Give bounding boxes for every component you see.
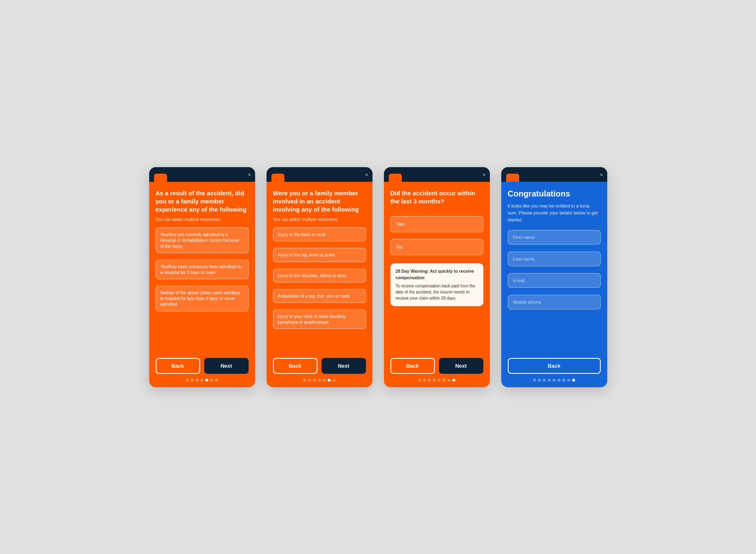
screen-1-dots	[156, 379, 249, 382]
screen-3-bottom: Back Next	[390, 347, 483, 382]
dot-2-1	[303, 379, 306, 382]
screen-1: × As a result of the accident, did you o…	[149, 167, 255, 387]
screen-3-btn-row: Back Next	[390, 358, 483, 374]
dot-1-5-active	[205, 379, 208, 382]
screen-4-back-button[interactable]: Back	[508, 358, 601, 374]
screen-3-content: Yes No 28 Day Warning: Act quickly to re…	[390, 216, 483, 347]
screen-2-next-button[interactable]: Next	[322, 358, 366, 374]
screen-3-body: Did the accident occur within the last 3…	[384, 182, 490, 387]
screen-2-btn-row: Back Next	[273, 358, 366, 374]
mobile-phone-field[interactable]	[508, 295, 601, 309]
dot-2-3	[313, 379, 316, 382]
last-name-field[interactable]	[508, 252, 601, 266]
screen-4-btn-row: Back	[508, 358, 601, 374]
screen-3-title: Did the accident occur within the last 3…	[390, 189, 483, 206]
orange-tab-4	[506, 174, 519, 182]
orange-tab-2	[271, 174, 284, 182]
dot-2-7	[333, 379, 335, 382]
close-button-3[interactable]: ×	[483, 171, 486, 177]
dot-1-2	[191, 379, 194, 382]
screen-4-bottom: Back	[508, 347, 601, 382]
dot-4-1	[533, 379, 536, 382]
screen-4-form	[508, 230, 601, 347]
screen-4-header: ×	[501, 167, 607, 182]
dot-4-7	[562, 379, 565, 382]
dot-2-2	[308, 379, 311, 382]
screen-2-header: ×	[267, 167, 372, 182]
screen-2-options: Injury to the back or neck Injury to the…	[273, 227, 366, 346]
screen-3-header: ×	[384, 167, 490, 182]
option-1-2[interactable]: You/they have previously been admitted t…	[156, 260, 249, 279]
dot-3-4	[433, 379, 436, 382]
screen-1-bottom: Back Next	[156, 347, 249, 382]
screen-2-bottom: Back Next	[273, 347, 366, 382]
dot-2-4	[318, 379, 321, 382]
congrats-title: Congratulations	[508, 189, 601, 199]
screen-1-body: As a result of the accident, did you or …	[149, 182, 255, 387]
screens-container: × As a result of the accident, did you o…	[133, 143, 624, 412]
dot-3-1	[418, 379, 421, 382]
dot-4-2	[538, 379, 541, 382]
dot-3-6	[443, 379, 445, 382]
screen-3-next-button[interactable]: Next	[439, 358, 483, 374]
screen-2: × Were you or a family member involved i…	[267, 167, 372, 387]
warning-text: To receive compensation back paid from t…	[396, 283, 478, 301]
orange-tab-1	[154, 174, 167, 182]
warning-box: 28 Day Warning: Act quickly to receive c…	[390, 263, 483, 306]
screen-4-dots	[508, 379, 601, 382]
screen-1-subtitle: You can select multiple responses	[156, 217, 249, 222]
screen-3-dots	[390, 379, 483, 382]
dot-4-6	[558, 379, 560, 382]
dot-4-9-active	[572, 379, 575, 382]
dot-4-5	[553, 379, 555, 382]
option-2-2[interactable]: Injury to the hip, knee or ankle	[273, 248, 366, 262]
dot-3-5	[438, 379, 441, 382]
close-button-2[interactable]: ×	[365, 171, 368, 177]
email-field[interactable]	[508, 273, 601, 288]
dot-2-6-active	[328, 379, 331, 382]
screen-4: × Congratulations It looks like you may …	[501, 167, 607, 387]
option-2-5[interactable]: Injury to your neck or back resulting pa…	[273, 309, 366, 329]
congrats-text: It looks like you may be entitled to a l…	[508, 203, 601, 223]
dot-2-5	[323, 379, 326, 382]
dot-3-3	[428, 379, 431, 382]
dot-3-8-active	[452, 379, 455, 382]
dot-4-4	[548, 379, 551, 382]
first-name-field[interactable]	[508, 230, 601, 245]
dot-3-2	[423, 379, 426, 382]
warning-title: 28 Day Warning: Act quickly to receive c…	[396, 268, 478, 281]
screen-2-subtitle: You can select multiple responses	[273, 217, 366, 222]
dot-1-3	[196, 379, 198, 382]
screen-2-body: Were you or a family member involved in …	[267, 182, 372, 387]
dot-3-7	[447, 379, 450, 382]
screen-1-title: As a result of the accident, did you or …	[156, 189, 249, 214]
screen-2-title: Were you or a family member involved in …	[273, 189, 366, 214]
screen-1-back-button[interactable]: Back	[156, 358, 200, 374]
orange-tab-3	[389, 174, 402, 182]
dot-4-3	[543, 379, 546, 382]
option-1-3[interactable]: Neither of the above (I/they were admitt…	[156, 286, 249, 311]
screen-1-header: ×	[149, 167, 255, 182]
no-option[interactable]: No	[390, 239, 483, 255]
dot-1-4	[201, 379, 203, 382]
screen-1-next-button[interactable]: Next	[204, 358, 249, 374]
close-button-4[interactable]: ×	[600, 171, 603, 177]
dot-4-8	[567, 379, 570, 382]
close-button-1[interactable]: ×	[248, 171, 251, 177]
screen-2-dots	[273, 379, 366, 382]
option-1-1[interactable]: You/they are currently admitted to a Hos…	[156, 227, 249, 253]
screen-1-options: You/they are currently admitted to a Hos…	[156, 227, 249, 346]
option-2-3[interactable]: Injury to the shoulder, elbow or wrist	[273, 269, 366, 283]
option-2-4[interactable]: Amputation of a leg, foot, arm or hand	[273, 289, 366, 303]
screen-3: × Did the accident occur within the last…	[384, 167, 490, 387]
dot-1-7	[215, 379, 218, 382]
yes-option[interactable]: Yes	[390, 216, 483, 232]
dot-1-1	[186, 379, 189, 382]
screen-4-body: Congratulations It looks like you may be…	[501, 182, 607, 387]
option-2-1[interactable]: Injury to the back or neck	[273, 227, 366, 241]
screen-3-back-button[interactable]: Back	[390, 358, 435, 374]
dot-1-6	[210, 379, 213, 382]
screen-1-btn-row: Back Next	[156, 358, 249, 374]
screen-2-back-button[interactable]: Back	[273, 358, 317, 374]
